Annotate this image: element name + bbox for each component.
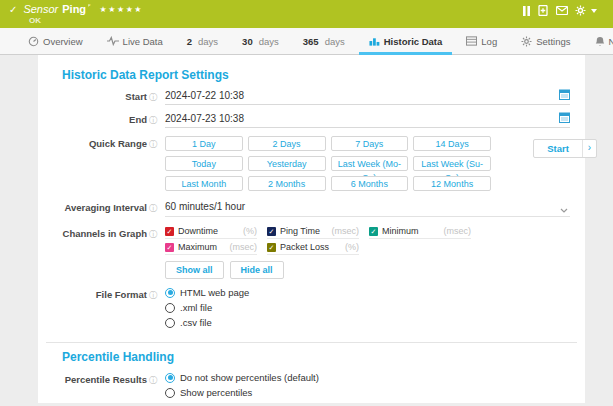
status-badge: OK xyxy=(29,16,41,25)
channel-maximum[interactable]: ✓ Maximum (msec) xyxy=(165,242,257,255)
tab-365-days[interactable]: 365days xyxy=(291,28,357,54)
sensor-header: ✓ Sensor Ping ᴾ ★★★★★ OK xyxy=(0,0,613,28)
file-format-option-html[interactable]: HTML web page xyxy=(165,287,570,298)
info-icon[interactable]: ⓘ xyxy=(149,376,157,385)
channel-ping-time[interactable]: ✓ Ping Time (msec) xyxy=(267,226,359,239)
quick-range-14-days[interactable]: 14 Days xyxy=(413,136,491,151)
tab-notification-triggers[interactable]: Notification Triggers xyxy=(583,28,613,54)
email-icon[interactable] xyxy=(556,6,568,15)
page-content: Start › Historic Data Report Settings St… xyxy=(0,55,613,406)
gear-icon[interactable] xyxy=(575,5,586,16)
pause-icon[interactable] xyxy=(522,6,531,16)
info-icon[interactable]: ⓘ xyxy=(149,230,157,239)
priority-stars[interactable]: ★★★★★ xyxy=(100,5,143,14)
checkbox-checked-icon[interactable]: ✓ xyxy=(267,243,276,252)
sensor-flag-icon: ᴾ xyxy=(88,4,91,10)
quick-range-2-days[interactable]: 2 Days xyxy=(248,136,326,151)
checkbox-checked-icon[interactable]: ✓ xyxy=(165,227,174,236)
bar-chart-icon xyxy=(369,36,380,47)
quick-range-last-week-su-sa[interactable]: Last Week (Su-Sa) xyxy=(413,156,491,171)
status-check-icon: ✓ xyxy=(9,4,17,15)
section-title-report-settings: Historic Data Report Settings xyxy=(62,68,585,82)
end-row: Endⓘ 2024-07-23 10:38 xyxy=(38,112,585,128)
channels-label: Channels in Graph xyxy=(63,228,147,239)
bell-icon xyxy=(595,36,605,47)
percentile-results-label: Percentile Results xyxy=(65,374,147,385)
info-icon[interactable]: ⓘ xyxy=(149,204,157,213)
quick-range-label: Quick Range xyxy=(89,138,147,149)
sensor-title-prefix: Sensor xyxy=(23,3,58,15)
quick-range-2-months[interactable]: 2 Months xyxy=(248,176,326,191)
tab-log[interactable]: Log xyxy=(454,28,509,54)
tab-settings[interactable]: Settings xyxy=(509,28,582,54)
sensor-name: Ping xyxy=(62,3,86,15)
start-button-chevron-icon[interactable]: › xyxy=(583,140,596,157)
percentile-option-show[interactable]: Show percentiles xyxy=(165,387,570,398)
checkbox-checked-icon[interactable]: ✓ xyxy=(267,227,276,236)
checkbox-checked-icon[interactable]: ✓ xyxy=(165,243,174,252)
tab-live-data[interactable]: Live Data xyxy=(95,28,175,54)
calendar-icon[interactable] xyxy=(559,112,570,125)
end-date-input[interactable]: 2024-07-23 10:38 xyxy=(165,112,570,128)
sensor-title: ✓ Sensor Ping ᴾ ★★★★★ xyxy=(9,3,143,15)
info-icon[interactable]: ⓘ xyxy=(149,291,157,300)
info-icon[interactable]: ⓘ xyxy=(149,93,157,102)
quick-range-1-day[interactable]: 1 Day xyxy=(165,136,243,151)
radio-selected-icon[interactable] xyxy=(165,373,175,383)
add-report-icon[interactable] xyxy=(538,5,549,16)
quick-range-7-days[interactable]: 7 Days xyxy=(331,136,409,151)
start-row: Startⓘ 2024-07-22 10:38 xyxy=(38,89,585,105)
averaging-interval-row: Averaging Intervalⓘ 60 minutes/1 hour xyxy=(38,200,585,217)
show-all-button[interactable]: Show all xyxy=(165,261,224,279)
tab-historic-data[interactable]: Historic Data xyxy=(357,28,455,54)
quick-range-last-week-mo-su[interactable]: Last Week (Mo-Su) xyxy=(331,156,409,171)
channel-minimum[interactable]: ✓ Minimum (msec) xyxy=(369,226,471,239)
file-format-option-csv[interactable]: .csv file xyxy=(165,317,570,328)
file-format-option-xml[interactable]: .xml file xyxy=(165,302,570,313)
start-label: Start xyxy=(125,91,147,102)
quick-range-last-month[interactable]: Last Month xyxy=(165,176,243,191)
channel-downtime[interactable]: ✓ Downtime (%) xyxy=(165,226,257,239)
file-format-row: File Formatⓘ HTML web page .xml file .cs… xyxy=(38,287,585,332)
channels-row: Channels in Graphⓘ ✓ Downtime (%) ✓ Ping… xyxy=(38,226,585,279)
tab-overview[interactable]: Overview xyxy=(16,28,95,54)
quick-range-6-months[interactable]: 6 Months xyxy=(331,176,409,191)
quick-range-12-months[interactable]: 12 Months xyxy=(413,176,491,191)
radio-icon[interactable] xyxy=(165,303,175,313)
start-button[interactable]: Start xyxy=(534,140,583,157)
chevron-down-icon[interactable] xyxy=(591,9,597,13)
start-date-input[interactable]: 2024-07-22 10:38 xyxy=(165,89,570,105)
quick-range-today[interactable]: Today xyxy=(165,156,243,171)
quick-range-row: Quick Rangeⓘ 1 Day 2 Days 7 Days 14 Days… xyxy=(38,136,585,191)
file-format-label: File Format xyxy=(96,289,147,300)
overview-icon xyxy=(28,36,39,47)
end-label: End xyxy=(129,114,147,125)
averaging-interval-select[interactable]: 60 minutes/1 hour xyxy=(165,200,570,217)
radio-selected-icon[interactable] xyxy=(165,288,175,298)
percentile-results-row: Percentile Resultsⓘ Do not show percenti… xyxy=(46,372,577,402)
tab-30-days[interactable]: 30days xyxy=(230,28,291,54)
channel-packet-loss[interactable]: ✓ Packet Loss (%) xyxy=(267,242,359,255)
quick-range-yesterday[interactable]: Yesterday xyxy=(248,156,326,171)
hide-all-button[interactable]: Hide all xyxy=(230,261,284,279)
start-button-group: Start › xyxy=(533,139,597,158)
gear-icon xyxy=(521,36,532,47)
section-title-percentile: Percentile Handling xyxy=(62,350,577,364)
percentile-option-none[interactable]: Do not show percentiles (default) xyxy=(165,372,570,383)
radio-icon[interactable] xyxy=(165,318,175,328)
info-icon[interactable]: ⓘ xyxy=(149,116,157,125)
log-icon xyxy=(466,36,477,46)
calendar-icon[interactable] xyxy=(559,89,570,102)
tab-bar: Overview Live Data 2days 30days 365days … xyxy=(0,28,613,55)
percentile-section: Percentile Handling Percentile Resultsⓘ … xyxy=(46,342,577,402)
tab-2-days[interactable]: 2days xyxy=(175,28,230,54)
info-icon[interactable]: ⓘ xyxy=(149,140,157,149)
radio-icon[interactable] xyxy=(165,388,175,398)
live-data-icon xyxy=(107,36,119,46)
settings-card: Historic Data Report Settings Startⓘ 202… xyxy=(38,55,585,403)
averaging-interval-label: Averaging Interval xyxy=(64,202,147,213)
checkbox-checked-icon[interactable]: ✓ xyxy=(369,227,378,236)
chevron-down-icon xyxy=(560,204,568,215)
